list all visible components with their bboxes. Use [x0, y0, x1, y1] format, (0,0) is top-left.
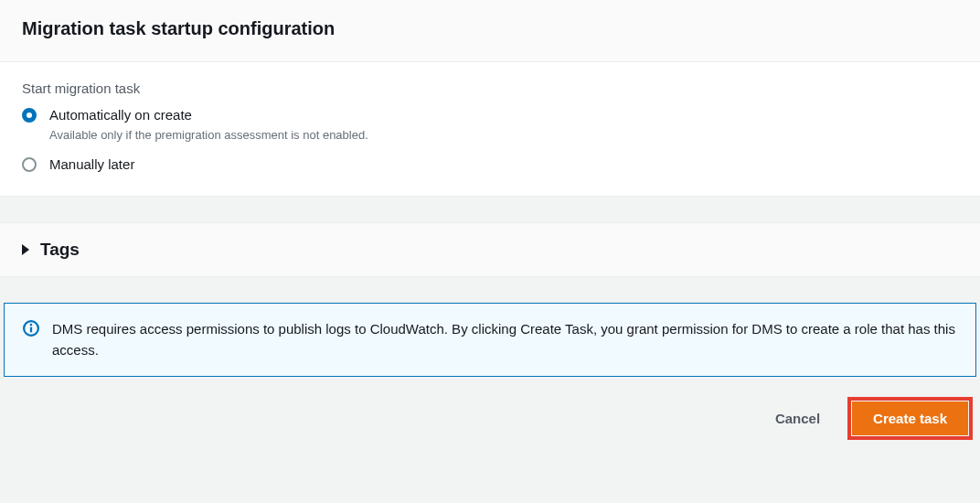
form-actions: Cancel Create task [0, 377, 980, 456]
config-panel-body: Start migration task Automatically on cr… [0, 62, 980, 197]
panel-gap [0, 197, 980, 222]
svg-point-1 [30, 324, 33, 326]
alert-text: DMS requires access permissions to publi… [52, 318, 957, 361]
radio-description: Available only if the premigration asses… [49, 128, 368, 142]
start-task-label: Start migration task [22, 80, 958, 96]
radio-label: Manually later [49, 155, 134, 174]
panel-gap [0, 277, 980, 303]
tags-title: Tags [40, 240, 80, 260]
svg-rect-2 [30, 327, 32, 333]
radio-manually-later[interactable]: Manually later [22, 155, 958, 174]
info-icon [23, 320, 39, 337]
panel-title: Migration task startup configuration [22, 18, 958, 39]
info-alert: DMS requires access permissions to publi… [4, 303, 976, 377]
tags-panel[interactable]: Tags [0, 222, 980, 277]
radio-label: Automatically on create [49, 105, 368, 124]
start-task-radio-group: Automatically on create Available only i… [22, 105, 958, 174]
caret-right-icon [22, 244, 29, 255]
radio-indicator-selected [22, 108, 37, 123]
cancel-button[interactable]: Cancel [764, 401, 831, 435]
radio-indicator [22, 157, 37, 172]
highlight-box: Create task [847, 397, 973, 440]
config-panel-header: Migration task startup configuration [0, 0, 980, 62]
create-task-button[interactable]: Create task [852, 401, 968, 435]
radio-auto-on-create[interactable]: Automatically on create Available only i… [22, 105, 958, 142]
